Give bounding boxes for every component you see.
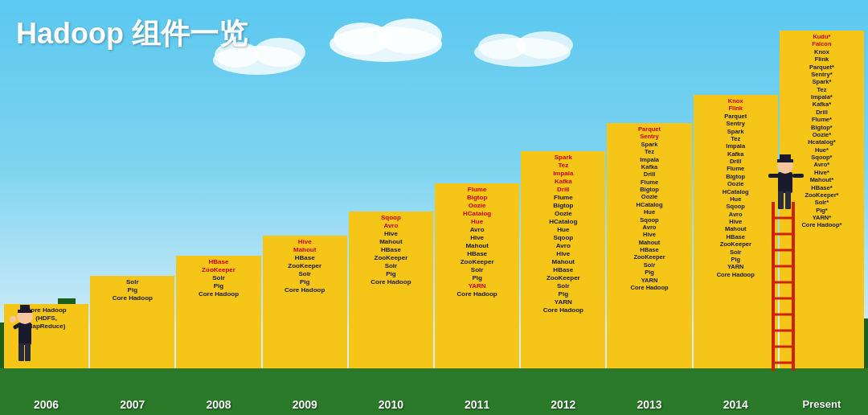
bar-item-text: Parquet* (809, 64, 834, 71)
bar-item-text: Knox (728, 97, 743, 105)
bar-item-text: Hive (556, 250, 570, 258)
bar-item-text: HBase (553, 266, 573, 274)
bar-item-text: Impala* (811, 93, 833, 101)
bar-item-text: Pig (300, 278, 309, 286)
bar-2009: HiveMahoutHBaseZooKeeperSolrPigCore Hado… (263, 236, 347, 368)
bar-item-text: Mahout (465, 242, 488, 250)
year-label-2012: 2012 (521, 398, 605, 411)
bar-item-text: Impala (553, 170, 573, 178)
bar-item-text: Drill (644, 171, 656, 178)
bar-2012: SparkTezImpalaKafkaDrillFlumeBigtopOozie… (521, 151, 605, 368)
bar-item-text: YARN (469, 282, 486, 290)
bar-item-text: ZooKeeper (375, 254, 408, 262)
bar-item-text: Flume (727, 165, 744, 172)
bar-item-text: Hue (471, 218, 483, 226)
bar-item-text: Tez (817, 86, 826, 93)
bar-item-text: Solr (126, 278, 139, 286)
bar-item-text: Bigtop (553, 202, 573, 210)
bar-item-text: Bigtop (640, 186, 659, 193)
year-label-2008: 2008 (176, 398, 260, 411)
bar-item-text: YARN (641, 277, 658, 284)
svg-point-27 (10, 316, 16, 323)
bar-item-text: Pig (472, 274, 481, 282)
ladder (769, 202, 797, 371)
bar-item-text: Oozie (727, 180, 743, 187)
svg-rect-24 (18, 343, 24, 361)
person-left (6, 298, 43, 371)
bar-group-2014: KnoxFlinkParquetSentrySparkTezImpalaKafk… (694, 95, 778, 368)
bar-item-text: Sqoop (553, 234, 573, 242)
year-label-2009: 2009 (263, 398, 347, 411)
bar-item-text: Hue (730, 195, 741, 203)
bar-item-text: Avro (470, 226, 485, 234)
bar-item-text: Pig (214, 282, 223, 290)
bar-item-text: HCatalog (463, 210, 491, 218)
year-label-2014: 2014 (694, 398, 778, 411)
bar-item-text: Impala (640, 156, 659, 163)
bar-2014: KnoxFlinkParquetSentrySparkTezImpalaKafk… (694, 95, 778, 368)
bar-item-text: Sentry (727, 120, 745, 127)
bar-2010: SqoopAvroHiveMahoutHBaseZooKeeperSolrPig… (349, 212, 433, 368)
bar-item-text: HBase (467, 250, 487, 258)
bar-item-text: Hive (470, 234, 484, 242)
bar-item-text: Core Hadoop* (801, 221, 841, 228)
bar-item-text: Solr (730, 249, 742, 256)
bar-item-text: HBase* (811, 184, 832, 191)
bar-item-text: Solr (212, 274, 225, 282)
year-label-2013: 2013 (607, 398, 691, 411)
bar-2008: HBaseZooKeeperSolrPigCore Hadoop (176, 256, 260, 368)
bar-item-text: Flume (468, 186, 487, 194)
bar-item-text: ZooKeeper (547, 274, 580, 282)
bar-group-2011: FlumeBigtopOozieHCatalogHueAvroHiveMahou… (435, 183, 519, 368)
bar-item-text: HBase (727, 233, 745, 240)
bar-item-text: Kudu* (813, 33, 830, 40)
bar-item-text: Pig* (816, 207, 828, 214)
bar-item-text: HCatalog (549, 218, 577, 226)
bar-item-text: Kafka (555, 178, 572, 186)
svg-rect-43 (780, 154, 791, 161)
bar-item-text: Hue* (815, 146, 829, 154)
bar-item-text: Core Hadoop (457, 290, 497, 298)
year-label-2011: 2011 (435, 398, 519, 411)
svg-rect-40 (778, 172, 792, 193)
page-title: Hadoop 组件一览 (16, 14, 248, 54)
bar-item-text: Mahout (639, 239, 661, 246)
bar-item-text: Avro* (814, 161, 830, 168)
bar-item-text: Bigtop (726, 173, 745, 180)
bar-item-text: Hcatalog* (808, 138, 836, 146)
bar-item-text: Flume (554, 194, 573, 202)
svg-rect-47 (792, 174, 804, 178)
bar-item-text: Core Hadoop (199, 290, 239, 298)
bar-item-text: Drill (730, 158, 742, 165)
bar-item-text: Oozie (469, 202, 486, 210)
bar-item-text: Hive* (814, 169, 829, 176)
svg-rect-45 (785, 191, 791, 209)
bar-item-text: Flume* (812, 116, 832, 123)
bar-item-text: Kafka* (813, 101, 831, 108)
bar-item-text: Mahout* (810, 176, 834, 183)
bar-item-text: Mahout (379, 238, 402, 246)
bar-group-2009: HiveMahoutHBaseZooKeeperSolrPigCore Hado… (263, 236, 347, 368)
person-right (764, 150, 808, 222)
bar-item-text: Avro (729, 211, 743, 218)
bar-item-text: Bigtop (467, 194, 487, 202)
bar-item-text: ZooKeeper (720, 240, 751, 248)
bar-item-text: ZooKeeper (633, 253, 665, 261)
bar-item-text: Pig (731, 256, 740, 263)
bar-item-text: HBase (381, 246, 401, 254)
bar-item-text: Kafka (727, 150, 743, 158)
bar-item-text: Sentry (640, 133, 658, 140)
bar-item-text: Sqoop (381, 214, 401, 222)
bar-item-text: Hive (643, 231, 656, 238)
bar-item-text: Solr* (815, 199, 829, 206)
bar-item-text: Tez (731, 135, 740, 142)
bar-group-2007: SolrPigCore Hadoop (90, 276, 174, 368)
bar-2013: ParquetSentrySparkTezImpalaKafkaDrillFlu… (607, 123, 691, 368)
bar-item-text: HBase (209, 258, 229, 266)
bar-item-text: Bigtop* (811, 124, 833, 131)
bar-item-text: Avro (383, 222, 398, 230)
bar-item-text: Solr (385, 262, 398, 270)
bar-item-text: ZooKeeper (288, 262, 321, 270)
bar-item-text: HCatalog (723, 188, 749, 195)
bar-item-text: Kafka (641, 163, 657, 171)
